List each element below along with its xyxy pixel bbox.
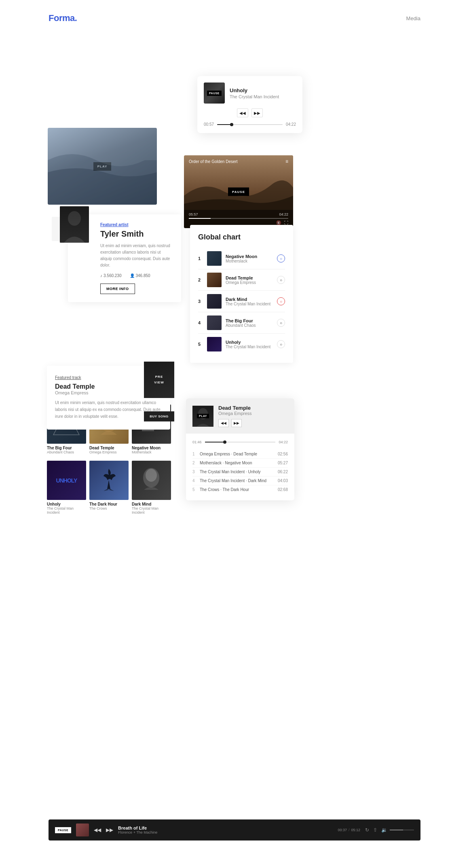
bp-next-button[interactable]: ▶▶ — [106, 827, 113, 833]
video-top-bar: Order of the Golden Desert ≡ — [184, 159, 293, 164]
album-name: Dead Temple — [89, 446, 129, 450]
fp-play-label[interactable]: PLAY — [197, 414, 209, 418]
progress-dot — [230, 123, 233, 126]
fp-playlist-item[interactable]: 2 Motherslack · Negative Moon 05:27 — [192, 459, 288, 468]
chart-track-artist: Omega Empress — [226, 280, 273, 285]
chart-item: 4 The Big Four Abundant Chaos ○ — [198, 312, 285, 334]
chart-title: Global chart — [198, 233, 285, 241]
chart-rank: 3 — [198, 299, 203, 304]
bp-time-start: 00:37 — [338, 828, 347, 832]
fullscreen-icon[interactable]: ⛶ — [284, 220, 288, 225]
fp-progress-bar[interactable] — [205, 442, 276, 442]
fp-next-button[interactable]: ▶▶ — [231, 419, 242, 427]
volume-icon[interactable]: 🔉 — [381, 827, 387, 833]
video-pause-button[interactable]: PAUSE — [228, 188, 249, 196]
fp-time-start: 01:46 — [192, 440, 202, 444]
bottom-player-bar: PAUSE ◀◀ ▶▶ Breath of Life Florence + Th… — [49, 819, 420, 840]
artist-content: Featured artist Tyler Smith Ut enim ad m… — [76, 222, 173, 294]
chart-rank: 5 — [198, 342, 203, 347]
chart-item: 5 Unholy The Crystal Man Incident ○ — [198, 334, 285, 355]
chart-action-button[interactable]: ○ — [277, 297, 285, 305]
artist-stats: ♪3.560.230 👤346.850 — [100, 273, 173, 278]
more-info-button[interactable]: MORE INFO — [100, 284, 135, 294]
chart-track-name: Unholy — [226, 340, 273, 345]
header: Forma. Media — [0, 0, 469, 32]
chart-action-button[interactable]: ○ — [277, 276, 285, 284]
album-name: The Big Four — [47, 446, 86, 450]
video-time-start: 05:57 — [189, 212, 198, 216]
progress-bar[interactable] — [217, 124, 283, 125]
mini-pause-button[interactable]: PAUSE — [207, 91, 222, 96]
chart-action-button[interactable]: ○ — [277, 319, 285, 327]
preview-button[interactable]: PREVIEW — [144, 362, 174, 398]
album-artist: Motherslack — [132, 450, 171, 454]
mini-player-top: PAUSE Unholy The Crystal Man Incident — [204, 83, 296, 104]
chart-rank: 1 — [198, 256, 203, 261]
album-item: UNHOLY Unholy The Crystal Man Incident — [47, 461, 86, 514]
mini-controls: ◀◀ ▶▶ — [204, 108, 296, 117]
bp-volume: 🔉 — [381, 827, 414, 833]
fp-thumbnail[interactable]: PLAY — [192, 406, 213, 427]
nav-link[interactable]: Media — [406, 15, 420, 21]
album-item: Dark Mind The Crystal Man Incident — [132, 461, 171, 514]
chart-item: 1 Negative Moon Motherslack ○ — [198, 248, 285, 269]
fp-playlist-item[interactable]: 4 The Crystal Man Incident · Dark Mind 0… — [192, 476, 288, 485]
mini-track-title: Unholy — [230, 87, 296, 93]
mini-info: Unholy The Crystal Man Incident — [230, 87, 296, 99]
bp-prev-button[interactable]: ◀◀ — [94, 827, 101, 833]
bp-thumbnail — [76, 824, 89, 836]
album-name: Negative Moon — [132, 446, 171, 450]
repeat-icon[interactable]: ↻ — [365, 827, 369, 833]
svg-point-11 — [146, 469, 157, 482]
volume-icon[interactable]: 🔇 — [276, 220, 281, 225]
fp-playlist-item[interactable]: 3 The Crystal Man Incident · Unholy 06:2… — [192, 468, 288, 476]
global-chart: Global chart 1 Negative Moon Motherslack… — [190, 225, 293, 363]
fp-progress-dot — [223, 440, 226, 444]
fp-prev-button[interactable]: ◀◀ — [218, 419, 229, 427]
video-player: Order of the Golden Desert ≡ PAUSE 05:57… — [184, 155, 293, 228]
mini-track-artist: The Crystal Man Incident — [230, 94, 296, 99]
mini-player-card: PAUSE Unholy The Crystal Man Incident ◀◀… — [197, 76, 302, 133]
volume-bar[interactable] — [390, 830, 414, 830]
share-icon[interactable]: ⇧ — [373, 827, 377, 833]
prev-button[interactable]: ◀◀ — [237, 108, 248, 117]
full-player-card: PLAY Dead Temple Omega Empress ◀◀ ▶▶ 01:… — [186, 398, 294, 500]
artist-name: Tyler Smith — [100, 229, 173, 239]
hamburger-icon[interactable]: ≡ — [285, 159, 288, 164]
chart-thumb — [207, 251, 222, 266]
album-cover[interactable]: UNHOLY — [47, 461, 86, 500]
video-progress-bar[interactable] — [189, 218, 288, 219]
fp-playlist-item[interactable]: 1 Omega Empress · Dead Temple 02:56 — [192, 450, 288, 459]
fp-bar-fill — [205, 442, 225, 442]
album-artist: Omega Empress — [89, 450, 129, 454]
logo-dot: . — [75, 13, 77, 23]
chart-action-button[interactable]: ○ — [277, 254, 285, 263]
album-artist: The Crows — [89, 506, 129, 510]
bp-track-info: Breath of Life Florence + The Machine — [118, 826, 333, 834]
buy-song-button[interactable]: BUY SONG — [144, 411, 174, 421]
album-name: Dark Mind — [132, 502, 171, 506]
fp-track-title: Dead Temple — [218, 405, 288, 411]
svg-rect-9 — [142, 430, 154, 431]
artist-thumbnail: PLAY — [60, 206, 89, 243]
chart-info: The Big Four Abundant Chaos — [226, 318, 273, 328]
mini-progress: 00:57 04:22 — [204, 122, 296, 127]
bp-pause-button[interactable]: PAUSE — [55, 827, 71, 833]
chart-item: 3 Dark Mind The Crystal Man Incident ○ — [198, 291, 285, 312]
fp-controls: ◀◀ ▶▶ — [218, 419, 288, 427]
video-controls: 🔇 ⛶ — [189, 220, 288, 225]
bp-track-title: Breath of Life — [118, 826, 333, 830]
fp-time-end: 04:22 — [279, 440, 288, 444]
chart-thumb — [207, 294, 222, 309]
bp-artist: Florence + The Machine — [118, 830, 333, 834]
chart-info: Dead Temple Omega Empress — [226, 275, 273, 285]
fp-playlist-item[interactable]: 5 The Crows · The Dark Hour 02:68 — [192, 485, 288, 494]
album-artist: The Crystal Man Incident — [132, 506, 171, 514]
chart-thumb — [207, 273, 222, 287]
album-cover[interactable] — [132, 461, 171, 500]
next-button[interactable]: ▶▶ — [251, 108, 263, 117]
album-cover[interactable] — [89, 461, 129, 500]
chart-action-button[interactable]: ○ — [277, 340, 285, 348]
progress-fill — [217, 124, 232, 125]
fp-artist: Omega Empress — [218, 411, 288, 416]
